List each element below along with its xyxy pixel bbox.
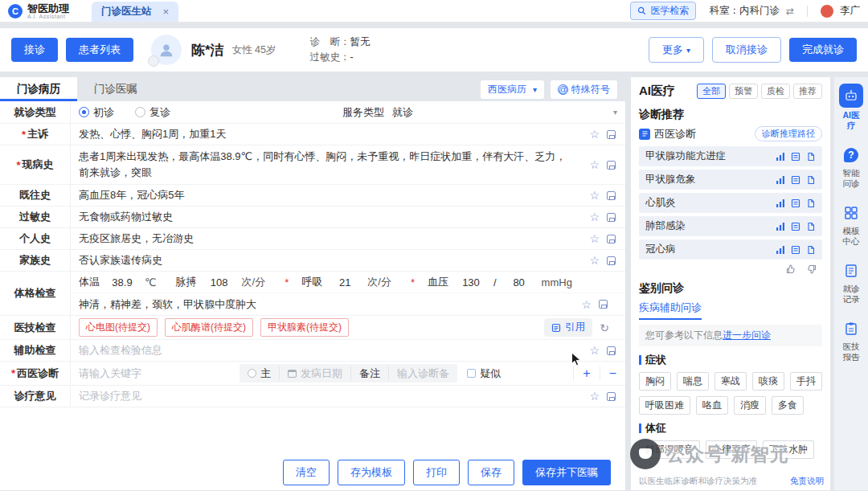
ai-tab-warning[interactable]: 预警 xyxy=(729,84,758,99)
pending-exam-tag[interactable]: 心电图(待提交) xyxy=(79,318,158,337)
chief-complaint-field[interactable]: 发热、心悸、胸闷1周，加重1天 xyxy=(71,124,579,145)
service-type-select[interactable]: 就诊 ▾ xyxy=(392,105,617,120)
save-button[interactable]: 保存 xyxy=(468,460,514,485)
knowledge-icon[interactable] xyxy=(806,152,816,162)
knowledge-icon[interactable] xyxy=(806,198,816,208)
disease-item[interactable]: 冠心病 xyxy=(639,239,822,260)
diagnosis-keyword-input[interactable]: 请输入关键字 xyxy=(79,366,240,381)
disclaimer-link[interactable]: 免责说明 xyxy=(790,476,824,487)
save-field-icon[interactable] xyxy=(599,300,608,309)
rail-visit-records[interactable]: 就诊记录 xyxy=(840,260,862,305)
doctor-name[interactable]: 李广 xyxy=(840,4,860,18)
symptom-tag[interactable]: 手抖 xyxy=(790,372,822,391)
sign-tag[interactable]: 肺部湿啰音 xyxy=(639,440,700,459)
save-field-icon[interactable] xyxy=(607,346,616,355)
add-diagnosis-button[interactable]: + xyxy=(573,366,599,381)
allergy-history-field[interactable]: 无食物或药物过敏史 xyxy=(71,207,579,227)
trend-icon[interactable] xyxy=(776,198,785,208)
save-field-icon[interactable] xyxy=(607,392,616,401)
medical-record-icon[interactable] xyxy=(791,175,800,185)
vital-respiration[interactable]: *呼吸21次/分 xyxy=(285,275,391,289)
tab-outpatient-station[interactable]: 门诊医生站 × xyxy=(92,2,178,22)
personal-history-field[interactable]: 无疫区旅居史，无冶游史 xyxy=(71,228,579,249)
knowledge-icon[interactable] xyxy=(806,222,816,231)
switch-department-icon[interactable]: ⇄ xyxy=(786,6,794,17)
physical-exam-note[interactable]: 神清，精神差，颈软，甲状腺中度肿大 xyxy=(79,297,256,313)
symptom-tag[interactable]: 寒战 xyxy=(714,372,747,391)
medical-record-icon[interactable] xyxy=(791,245,800,255)
trend-icon[interactable] xyxy=(776,175,785,185)
vital-blood-pressure[interactable]: *血压130/80mmHg xyxy=(411,275,572,289)
receive-patient-button[interactable]: 接诊 xyxy=(11,38,58,62)
trend-icon[interactable] xyxy=(776,222,785,231)
favorite-icon[interactable]: ☆ xyxy=(589,255,600,266)
thumbs-down-icon[interactable] xyxy=(806,264,817,275)
favorite-icon[interactable]: ☆ xyxy=(581,299,592,310)
record-type-select[interactable]: 西医病历▾ xyxy=(481,80,544,99)
medical-search-button[interactable]: 医学检索 xyxy=(630,2,696,20)
symptom-tag[interactable]: 胸闷 xyxy=(639,372,671,391)
auxiliary-exam-field[interactable]: 输入检查检验信息 xyxy=(71,340,579,361)
symptom-tag[interactable]: 多食 xyxy=(772,396,804,415)
favorite-icon[interactable]: ☆ xyxy=(589,190,600,201)
knowledge-icon[interactable] xyxy=(806,175,816,185)
cancel-reception-button[interactable]: 取消接诊 xyxy=(712,37,781,63)
symptom-tag[interactable]: 呼吸困难 xyxy=(639,396,690,415)
favorite-icon[interactable]: ☆ xyxy=(589,345,600,356)
medical-record-icon[interactable] xyxy=(791,222,800,231)
disease-item[interactable]: 心肌炎 xyxy=(639,193,822,213)
sign-tag[interactable]: 下肢水肿 xyxy=(763,440,814,459)
further-inquiry-link[interactable]: 进一步问诊 xyxy=(723,329,771,341)
past-history-field[interactable]: 高血压8年，冠心病5年 xyxy=(71,185,579,206)
pending-exam-tag[interactable]: 心肌酶谱(待提交) xyxy=(165,318,253,337)
ai-tab-quality[interactable]: 质检 xyxy=(761,84,790,99)
sign-tag[interactable]: 心律不齐 xyxy=(706,440,757,459)
clear-button[interactable]: 清空 xyxy=(283,460,330,485)
disease-inquiry-tab[interactable]: 疾病辅助问诊 xyxy=(631,298,830,320)
onset-date-picker[interactable]: 发病日期 xyxy=(279,366,350,381)
symptom-tag[interactable]: 喘息 xyxy=(677,372,709,391)
radio-return-visit[interactable]: 复诊 xyxy=(135,105,170,120)
primary-diagnosis-radio[interactable]: 主 xyxy=(240,366,279,381)
save-field-icon[interactable] xyxy=(607,256,616,265)
rail-ai-medical[interactable]: AI医疗 xyxy=(839,84,863,131)
save-field-icon[interactable] xyxy=(607,130,616,139)
remove-diagnosis-button[interactable]: − xyxy=(600,366,625,381)
close-icon[interactable]: × xyxy=(163,6,170,18)
patient-list-button[interactable]: 患者列表 xyxy=(66,38,133,62)
disease-item[interactable]: 甲状腺危象 xyxy=(639,170,822,190)
present-illness-field[interactable]: 患者1周来出现发热，最高体温38.9℃，同时有心悸、胸闷，未予重视，昨日症状加重… xyxy=(71,145,579,184)
save-field-icon[interactable] xyxy=(607,191,616,200)
save-field-icon[interactable] xyxy=(607,235,616,243)
vital-pulse[interactable]: 脉搏108次/分 xyxy=(176,275,266,289)
tab-outpatient-orders[interactable]: 门诊医嘱 xyxy=(77,77,154,101)
save-field-icon[interactable] xyxy=(607,161,616,170)
pending-exam-tag[interactable]: 甲状腺素(待提交) xyxy=(260,318,349,337)
finish-visit-button[interactable]: 完成就诊 xyxy=(789,38,857,62)
ai-tab-all[interactable]: 全部 xyxy=(697,84,726,99)
rail-smart-inquiry[interactable]: ? 智能问诊 xyxy=(840,145,862,189)
favorite-icon[interactable]: ☆ xyxy=(589,391,600,402)
disease-item[interactable]: 甲状腺功能亢进症 xyxy=(639,146,822,166)
diagnosis-reasoning-path-button[interactable]: 诊断推理路径 xyxy=(755,126,822,141)
save-as-template-button[interactable]: 存为模板 xyxy=(338,460,405,485)
tab-outpatient-record[interactable]: 门诊病历 xyxy=(0,77,77,101)
medical-record-icon[interactable] xyxy=(791,198,800,208)
ai-tab-recommend[interactable]: 推荐 xyxy=(793,84,822,99)
radio-first-visit[interactable]: 初诊 xyxy=(79,105,114,120)
disease-item[interactable]: 肺部感染 xyxy=(639,216,822,236)
print-button[interactable]: 打印 xyxy=(413,460,460,485)
quote-results-button[interactable]: 引用 xyxy=(544,318,592,337)
symptom-tag[interactable]: 消瘦 xyxy=(734,396,766,415)
favorite-icon[interactable]: ☆ xyxy=(589,129,600,140)
favorite-icon[interactable]: ☆ xyxy=(589,211,600,223)
special-symbol-button[interactable]: @特殊符号 xyxy=(551,80,617,99)
family-history-field[interactable]: 否认家族遗传病史 xyxy=(71,250,579,271)
save-field-icon[interactable] xyxy=(607,213,616,222)
refresh-icon[interactable]: ↻ xyxy=(600,321,609,334)
trend-icon[interactable] xyxy=(776,152,785,162)
symptom-tag[interactable]: 咳痰 xyxy=(752,372,784,391)
treatment-opinion-field[interactable]: 记录诊疗意见 xyxy=(71,386,579,407)
vitals-line[interactable]: 体温38.9℃ 脉搏108次/分 *呼吸21次/分 *血压130/80mmHg xyxy=(71,272,625,293)
favorite-icon[interactable]: ☆ xyxy=(589,233,600,244)
